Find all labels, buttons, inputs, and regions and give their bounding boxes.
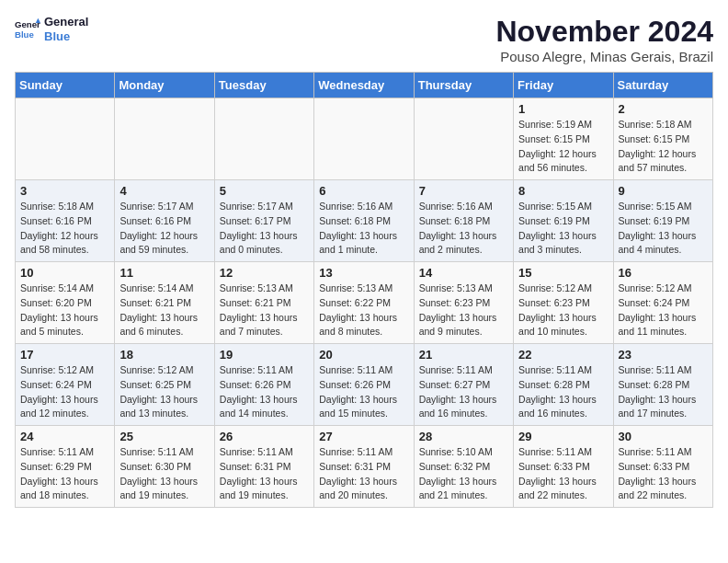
day-info: Sunrise: 5:16 AM Sunset: 6:18 PM Dayligh… [419,200,508,258]
calendar-cell: 24Sunrise: 5:11 AM Sunset: 6:29 PM Dayli… [16,426,115,508]
day-number: 1 [518,102,608,116]
day-info: Sunrise: 5:11 AM Sunset: 6:28 PM Dayligh… [518,363,608,421]
day-info: Sunrise: 5:11 AM Sunset: 6:30 PM Dayligh… [119,445,209,503]
day-info: Sunrise: 5:11 AM Sunset: 6:27 PM Dayligh… [419,363,508,421]
calendar-cell: 26Sunrise: 5:11 AM Sunset: 6:31 PM Dayli… [214,426,313,508]
day-info: Sunrise: 5:12 AM Sunset: 6:23 PM Dayligh… [518,282,608,339]
day-info: Sunrise: 5:19 AM Sunset: 6:15 PM Dayligh… [518,118,608,176]
calendar-cell: 11Sunrise: 5:14 AM Sunset: 6:21 PM Dayli… [115,262,214,344]
day-info: Sunrise: 5:11 AM Sunset: 6:28 PM Dayligh… [619,363,708,421]
day-number: 26 [220,430,309,443]
logo-line2: Blue [44,29,88,44]
day-number: 3 [20,184,109,198]
day-info: Sunrise: 5:15 AM Sunset: 6:19 PM Dayligh… [518,200,608,258]
calendar-cell: 13Sunrise: 5:13 AM Sunset: 6:22 PM Dayli… [314,262,414,344]
calendar-cell: 6Sunrise: 5:16 AM Sunset: 6:18 PM Daylig… [314,180,414,262]
day-info: Sunrise: 5:11 AM Sunset: 6:31 PM Dayligh… [220,445,309,503]
day-info: Sunrise: 5:11 AM Sunset: 6:29 PM Dayligh… [20,445,109,503]
day-info: Sunrise: 5:15 AM Sunset: 6:19 PM Dayligh… [619,200,708,258]
calendar-cell: 23Sunrise: 5:11 AM Sunset: 6:28 PM Dayli… [613,344,712,426]
calendar-cell: 17Sunrise: 5:12 AM Sunset: 6:24 PM Dayli… [16,344,115,426]
day-info: Sunrise: 5:14 AM Sunset: 6:20 PM Dayligh… [20,282,109,339]
day-info: Sunrise: 5:11 AM Sunset: 6:33 PM Dayligh… [619,445,708,503]
svg-text:Blue: Blue [15,29,34,39]
week-row-4: 17Sunrise: 5:12 AM Sunset: 6:24 PM Dayli… [16,344,713,426]
calendar-cell: 22Sunrise: 5:11 AM Sunset: 6:28 PM Dayli… [514,344,613,426]
calendar-cell: 12Sunrise: 5:13 AM Sunset: 6:21 PM Dayli… [214,262,313,344]
calendar-cell [314,98,414,180]
calendar-cell: 10Sunrise: 5:14 AM Sunset: 6:20 PM Dayli… [16,262,115,344]
day-info: Sunrise: 5:11 AM Sunset: 6:26 PM Dayligh… [319,363,408,421]
location-subtitle: Pouso Alegre, Minas Gerais, Brazil [495,49,713,64]
day-number: 21 [419,348,508,362]
day-info: Sunrise: 5:18 AM Sunset: 6:15 PM Dayligh… [619,118,708,176]
calendar-cell [16,98,115,180]
day-number: 22 [518,348,608,362]
week-row-5: 24Sunrise: 5:11 AM Sunset: 6:29 PM Dayli… [16,426,713,508]
day-number: 14 [419,266,508,280]
day-info: Sunrise: 5:11 AM Sunset: 6:33 PM Dayligh… [518,445,608,503]
day-number: 8 [518,184,608,198]
week-row-3: 10Sunrise: 5:14 AM Sunset: 6:20 PM Dayli… [16,262,713,344]
day-info: Sunrise: 5:12 AM Sunset: 6:24 PM Dayligh… [619,282,708,339]
day-number: 19 [220,348,309,362]
day-info: Sunrise: 5:17 AM Sunset: 6:16 PM Dayligh… [119,200,209,258]
day-number: 16 [619,266,708,280]
calendar-cell: 9Sunrise: 5:15 AM Sunset: 6:19 PM Daylig… [613,180,712,262]
calendar-cell: 28Sunrise: 5:10 AM Sunset: 6:32 PM Dayli… [414,426,513,508]
calendar-cell [214,98,313,180]
calendar-cell: 4Sunrise: 5:17 AM Sunset: 6:16 PM Daylig… [115,180,214,262]
day-info: Sunrise: 5:13 AM Sunset: 6:21 PM Dayligh… [220,282,309,339]
month-title: November 2024 [495,15,713,49]
day-info: Sunrise: 5:18 AM Sunset: 6:16 PM Dayligh… [20,200,109,258]
weekday-header-tuesday: Tuesday [214,73,313,98]
day-number: 13 [319,266,408,280]
day-number: 17 [20,348,109,362]
day-info: Sunrise: 5:10 AM Sunset: 6:32 PM Dayligh… [419,445,508,503]
day-info: Sunrise: 5:13 AM Sunset: 6:22 PM Dayligh… [319,282,408,339]
day-number: 18 [119,348,209,362]
day-number: 6 [319,184,408,198]
day-info: Sunrise: 5:14 AM Sunset: 6:21 PM Dayligh… [119,282,209,339]
calendar-cell: 25Sunrise: 5:11 AM Sunset: 6:30 PM Dayli… [115,426,214,508]
day-info: Sunrise: 5:16 AM Sunset: 6:18 PM Dayligh… [319,200,408,258]
day-info: Sunrise: 5:12 AM Sunset: 6:25 PM Dayligh… [119,363,209,421]
calendar-cell: 1Sunrise: 5:19 AM Sunset: 6:15 PM Daylig… [514,98,613,180]
calendar-cell: 27Sunrise: 5:11 AM Sunset: 6:31 PM Dayli… [314,426,414,508]
calendar-cell: 5Sunrise: 5:17 AM Sunset: 6:17 PM Daylig… [214,180,313,262]
weekday-header-thursday: Thursday [414,73,513,98]
calendar-table: SundayMondayTuesdayWednesdayThursdayFrid… [15,72,713,508]
day-info: Sunrise: 5:13 AM Sunset: 6:23 PM Dayligh… [419,282,508,339]
calendar-cell: 7Sunrise: 5:16 AM Sunset: 6:18 PM Daylig… [414,180,513,262]
calendar-cell: 2Sunrise: 5:18 AM Sunset: 6:15 PM Daylig… [613,98,712,180]
weekday-header-wednesday: Wednesday [314,73,414,98]
day-number: 12 [220,266,309,280]
weekday-header-friday: Friday [514,73,613,98]
day-number: 5 [220,184,309,198]
day-number: 10 [20,266,109,280]
calendar-cell: 30Sunrise: 5:11 AM Sunset: 6:33 PM Dayli… [613,426,712,508]
day-number: 9 [619,184,708,198]
weekday-header-saturday: Saturday [613,73,712,98]
title-area: November 2024 Pouso Alegre, Minas Gerais… [495,15,713,64]
day-number: 30 [619,430,708,443]
day-number: 29 [518,430,608,443]
day-number: 15 [518,266,608,280]
calendar-cell: 14Sunrise: 5:13 AM Sunset: 6:23 PM Dayli… [414,262,513,344]
calendar-cell: 18Sunrise: 5:12 AM Sunset: 6:25 PM Dayli… [115,344,214,426]
weekday-header-monday: Monday [115,73,214,98]
week-row-1: 1Sunrise: 5:19 AM Sunset: 6:15 PM Daylig… [16,98,713,180]
calendar-cell [115,98,214,180]
calendar-cell: 15Sunrise: 5:12 AM Sunset: 6:23 PM Dayli… [514,262,613,344]
day-info: Sunrise: 5:12 AM Sunset: 6:24 PM Dayligh… [20,363,109,421]
logo-icon: General Blue [15,17,40,42]
day-number: 4 [119,184,209,198]
day-number: 7 [419,184,508,198]
week-row-2: 3Sunrise: 5:18 AM Sunset: 6:16 PM Daylig… [16,180,713,262]
day-number: 11 [119,266,209,280]
day-info: Sunrise: 5:11 AM Sunset: 6:26 PM Dayligh… [220,363,309,421]
day-number: 28 [419,430,508,443]
calendar-cell: 3Sunrise: 5:18 AM Sunset: 6:16 PM Daylig… [16,180,115,262]
calendar-cell: 29Sunrise: 5:11 AM Sunset: 6:33 PM Dayli… [514,426,613,508]
day-number: 27 [319,430,408,443]
